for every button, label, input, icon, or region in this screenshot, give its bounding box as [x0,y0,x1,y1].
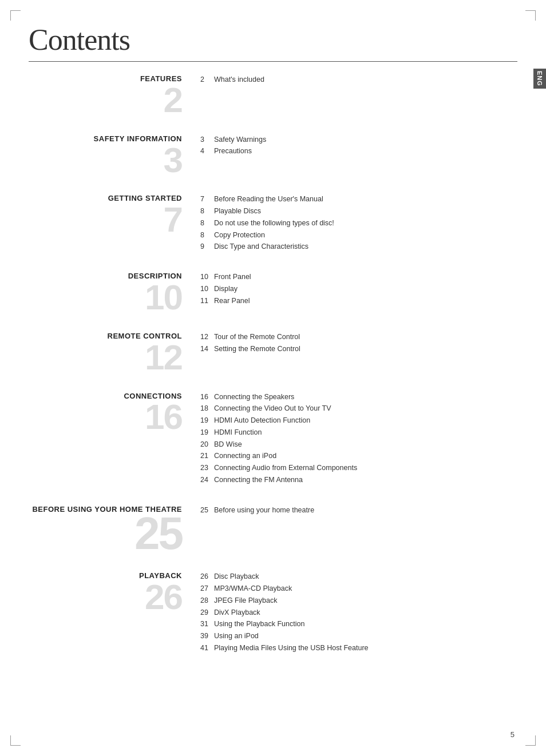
section-right-6: 25Before using your home theatre [195,503,517,570]
entry-page-num: 19 [200,416,214,424]
entry-title: Setting the Remote Control [214,344,300,355]
section-num-3: 10 [29,281,182,313]
entry-page-num: 27 [200,584,214,592]
entry-row: 8Playable Discs [200,206,517,217]
entry-title: Disc Playback [214,571,259,582]
entry-title: JPEG File Playback [214,595,277,606]
section-num-0: 2 [29,84,182,116]
toc-row: REMOTE CONTROL1212Tour of the Remote Con… [29,329,517,389]
entry-page-num: 10 [200,273,214,281]
entry-page-num: 3 [200,136,214,144]
eng-badge: ENG [533,69,546,89]
entry-title: HDMI Function [214,427,262,438]
toc-row: SAFETY INFORMATION33Safety Warnings4Prec… [29,132,517,192]
entry-row: 2What's included [200,74,517,85]
entry-title: Display [214,284,238,295]
section-name-0: FEATURES [29,74,182,84]
entry-page-num: 4 [200,147,214,155]
entry-title: Playable Discs [214,206,261,217]
corner-mark-bl [10,735,21,746]
entry-title: Precautions [214,146,252,157]
entry-title: Connecting the FM Antenna [214,475,303,486]
entry-title: Rear Panel [214,296,250,307]
corner-mark-br [525,735,536,746]
entry-row: 18Connecting the Video Out to Your TV [200,403,517,414]
entry-page-num: 10 [200,285,214,293]
entry-title: Safety Warnings [214,134,266,145]
entry-row: 41Playing Media Files Using the USB Host… [200,643,517,654]
entry-page-num: 18 [200,404,214,412]
entry-page-num: 28 [200,596,214,604]
entry-page-num: 8 [200,207,214,215]
entry-page-num: 16 [200,393,214,401]
section-num-1: 3 [29,144,182,176]
entry-title: HDMI Auto Detection Function [214,415,310,426]
entry-page-num: 23 [200,464,214,472]
entry-row: 8Do not use the following types of disc! [200,218,517,229]
entry-title: DivX Playback [214,607,260,618]
entry-row: 39Using an iPod [200,631,517,642]
entry-title: Connecting an iPod [214,451,276,461]
corner-mark-tl [10,10,21,21]
entry-title: Playing Media Files Using the USB Host F… [214,643,369,654]
entry-title: Do not use the following types of disc! [214,218,334,229]
section-name-1: SAFETY INFORMATION [29,134,182,144]
section-num-6: 25 [29,514,182,553]
section-left-7: PLAYBACK26 [29,569,195,670]
toc-row: CONNECTIONS1616Connecting the Speakers18… [29,389,517,503]
toc-table: FEATURES22What's includedSAFETY INFORMAT… [29,72,517,671]
section-right-5: 16Connecting the Speakers18Connecting th… [195,389,517,503]
entry-row: 10Front Panel [200,272,517,282]
entry-title: MP3/WMA-CD Playback [214,583,292,594]
corner-mark-tr [525,10,536,21]
entry-title: What's included [214,74,264,85]
entry-title: Disc Type and Characteristics [214,241,308,252]
entry-page-num: 7 [200,195,214,203]
entry-row: 7Before Reading the User's Manual [200,194,517,205]
entry-page-num: 11 [200,297,214,305]
entry-row: 19HDMI Function [200,427,517,438]
page-title: Contents [29,23,130,56]
entry-title: Connecting Audio from External Component… [214,463,357,474]
entry-page-num: 39 [200,632,214,640]
entry-row: 3Safety Warnings [200,134,517,145]
toc-row: GETTING STARTED77Before Reading the User… [29,192,517,269]
entry-row: 12Tour of the Remote Control [200,332,517,343]
section-right-7: 26Disc Playback27MP3/WMA-CD Playback28JP… [195,569,517,670]
toc-row: DESCRIPTION1010Front Panel10Display11Rea… [29,269,517,329]
section-left-0: FEATURES2 [29,72,195,132]
toc-row: FEATURES22What's included [29,72,517,132]
section-right-0: 2What's included [195,72,517,132]
entry-row: 25Before using your home theatre [200,505,517,516]
section-left-5: CONNECTIONS16 [29,389,195,503]
title-area: Contents [29,23,517,62]
entry-page-num: 8 [200,231,214,239]
entry-page-num: 25 [200,506,214,514]
entry-row: 26Disc Playback [200,571,517,582]
entry-row: 29DivX Playback [200,607,517,618]
entry-title: Tour of the Remote Control [214,332,300,343]
section-left-1: SAFETY INFORMATION3 [29,132,195,192]
entry-page-num: 26 [200,572,214,580]
entry-row: 11Rear Panel [200,296,517,307]
entry-row: 16Connecting the Speakers [200,392,517,403]
entry-row: 19HDMI Auto Detection Function [200,415,517,426]
section-right-1: 3Safety Warnings4Precautions [195,132,517,192]
entry-page-num: 21 [200,452,214,460]
section-num-2: 7 [29,204,182,236]
section-name-2: GETTING STARTED [29,194,182,204]
entry-page-num: 41 [200,644,214,652]
section-right-3: 10Front Panel10Display11Rear Panel [195,269,517,329]
entry-page-num: 2 [200,75,214,83]
section-left-2: GETTING STARTED7 [29,192,195,269]
entry-page-num: 9 [200,242,214,250]
entry-page-num: 20 [200,440,214,448]
entry-page-num: 19 [200,428,214,436]
entry-title: Using the Playback Function [214,619,304,630]
toc-row: BEFORE USING YOUR HOME THEATRE2525Before… [29,503,517,570]
entry-row: 23Connecting Audio from External Compone… [200,463,517,474]
entry-row: 10Display [200,284,517,295]
section-num-5: 16 [29,401,182,433]
section-num-7: 26 [29,581,182,613]
section-num-4: 12 [29,341,182,373]
